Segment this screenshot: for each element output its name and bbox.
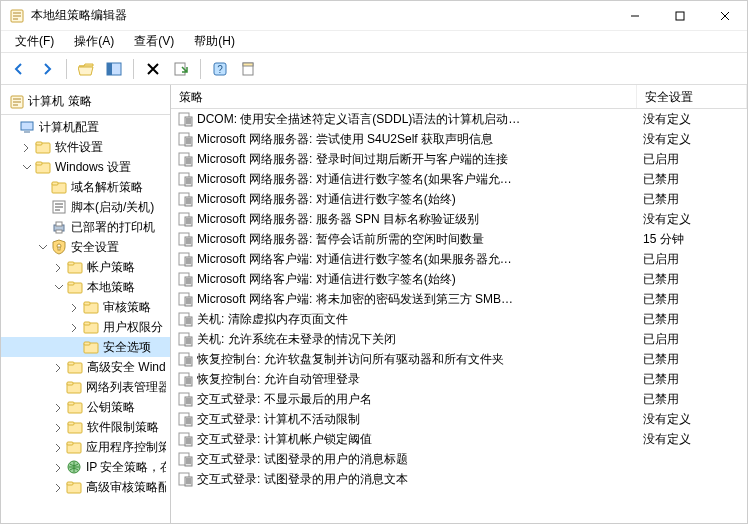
- expand-icon[interactable]: [53, 402, 67, 412]
- tree-item[interactable]: 已部署的打印机: [1, 217, 170, 237]
- tree-item[interactable]: 脚本(启动/关机): [1, 197, 170, 217]
- tree-item-label: 高级安全 Wind: [87, 359, 166, 376]
- close-button[interactable]: [702, 1, 747, 31]
- list-row[interactable]: Microsoft 网络客户端: 将未加密的密码发送到第三方 SMB…已禁用: [171, 289, 747, 309]
- menu-file[interactable]: 文件(F): [7, 31, 62, 52]
- up-button[interactable]: [74, 57, 98, 81]
- policy-setting: 已禁用: [637, 271, 747, 288]
- folder-icon: [83, 339, 99, 355]
- collapse-icon[interactable]: [53, 282, 67, 292]
- tree-item[interactable]: 应用程序控制策: [1, 437, 170, 457]
- list-row[interactable]: Microsoft 网络服务器: 尝试使用 S4U2Self 获取声明信息没有定…: [171, 129, 747, 149]
- tree-item[interactable]: 软件设置: [1, 137, 170, 157]
- column-header-setting[interactable]: 安全设置: [637, 85, 747, 108]
- folder-icon: [67, 419, 83, 435]
- tree-item[interactable]: 帐户策略: [1, 257, 170, 277]
- tree-item-label: 网络列表管理器: [86, 379, 166, 396]
- expand-icon[interactable]: [21, 142, 35, 152]
- list-row[interactable]: 交互式登录: 不显示最后的用户名已禁用: [171, 389, 747, 409]
- tree-item[interactable]: 计算机配置: [1, 117, 170, 137]
- expand-icon[interactable]: [53, 262, 67, 272]
- menu-view[interactable]: 查看(V): [126, 31, 182, 52]
- help-button[interactable]: ?: [208, 57, 232, 81]
- tree-item-label: 已部署的打印机: [71, 219, 155, 236]
- list-row[interactable]: 交互式登录: 试图登录的用户的消息标题: [171, 449, 747, 469]
- list-row[interactable]: Microsoft 网络服务器: 对通信进行数字签名(始终)已禁用: [171, 189, 747, 209]
- policy-setting: 已禁用: [637, 291, 747, 308]
- folder-icon: [51, 179, 67, 195]
- expand-icon[interactable]: [69, 302, 83, 312]
- tree-item[interactable]: 安全选项: [1, 337, 170, 357]
- app-icon: [9, 8, 25, 24]
- tree-item[interactable]: 公钥策略: [1, 397, 170, 417]
- list-row[interactable]: 交互式登录: 计算机帐户锁定阈值没有定义: [171, 429, 747, 449]
- folder-icon: [66, 439, 82, 455]
- tree-item[interactable]: 用户权限分: [1, 317, 170, 337]
- show-hide-tree-button[interactable]: [102, 57, 126, 81]
- list-row[interactable]: 交互式登录: 计算机不活动限制没有定义: [171, 409, 747, 429]
- list-row[interactable]: 恢复控制台: 允许软盘复制并访问所有驱动器和所有文件夹已禁用: [171, 349, 747, 369]
- list-body[interactable]: DCOM: 使用安全描述符定义语言(SDDL)语法的计算机启动…没有定义Micr…: [171, 109, 747, 523]
- list-row[interactable]: 关机: 允许系统在未登录的情况下关闭已启用: [171, 329, 747, 349]
- forward-button[interactable]: [35, 57, 59, 81]
- collapse-icon[interactable]: [37, 242, 51, 252]
- expand-icon[interactable]: [53, 462, 66, 472]
- toolbar-separator: [133, 59, 134, 79]
- list-row[interactable]: DCOM: 使用安全描述符定义语言(SDDL)语法的计算机启动…没有定义: [171, 109, 747, 129]
- tree-item-label: 安全选项: [103, 339, 151, 356]
- tree-item[interactable]: 域名解析策略: [1, 177, 170, 197]
- tree-item[interactable]: 本地策略: [1, 277, 170, 297]
- tree-item[interactable]: 网络列表管理器: [1, 377, 170, 397]
- folder-icon: [66, 379, 82, 395]
- list-row[interactable]: Microsoft 网络服务器: 服务器 SPN 目标名称验证级别没有定义: [171, 209, 747, 229]
- list-panel: 策略 安全设置 DCOM: 使用安全描述符定义语言(SDDL)语法的计算机启动……: [171, 85, 747, 523]
- tree-item[interactable]: Windows 设置: [1, 157, 170, 177]
- list-row[interactable]: Microsoft 网络服务器: 登录时间过期后断开与客户端的连接已启用: [171, 149, 747, 169]
- list-row[interactable]: 关机: 清除虚拟内存页面文件已禁用: [171, 309, 747, 329]
- menu-help[interactable]: 帮助(H): [186, 31, 243, 52]
- tree-item[interactable]: 安全设置: [1, 237, 170, 257]
- tree-item[interactable]: IP 安全策略，在: [1, 457, 170, 477]
- tree-item-label: 审核策略: [103, 299, 151, 316]
- delete-button[interactable]: [141, 57, 165, 81]
- expand-icon[interactable]: [53, 362, 67, 372]
- tree-item[interactable]: 审核策略: [1, 297, 170, 317]
- expand-icon[interactable]: [53, 442, 66, 452]
- title-bar: 本地组策略编辑器: [1, 1, 747, 31]
- back-button[interactable]: [7, 57, 31, 81]
- tree-item[interactable]: 高级安全 Wind: [1, 357, 170, 377]
- computer-icon: [19, 119, 35, 135]
- tree-item-label: 公钥策略: [87, 399, 135, 416]
- maximize-button[interactable]: [657, 1, 702, 31]
- list-row[interactable]: Microsoft 网络客户端: 对通信进行数字签名(如果服务器允…已启用: [171, 249, 747, 269]
- list-row[interactable]: Microsoft 网络客户端: 对通信进行数字签名(始终)已禁用: [171, 269, 747, 289]
- tree-header-icon: [9, 94, 25, 110]
- list-row[interactable]: 恢复控制台: 允许自动管理登录已禁用: [171, 369, 747, 389]
- list-row[interactable]: Microsoft 网络服务器: 对通信进行数字签名(如果客户端允…已禁用: [171, 169, 747, 189]
- folder-icon: [67, 259, 83, 275]
- tree-item-label: 应用程序控制策: [86, 439, 166, 456]
- policy-name: Microsoft 网络服务器: 对通信进行数字签名(始终): [197, 191, 637, 208]
- expand-icon[interactable]: [53, 482, 66, 492]
- collapse-icon[interactable]: [21, 162, 35, 172]
- policy-icon: [177, 371, 193, 387]
- export-button[interactable]: [169, 57, 193, 81]
- policy-name: 交互式登录: 试图登录的用户的消息文本: [197, 471, 637, 488]
- minimize-button[interactable]: [612, 1, 657, 31]
- expand-icon[interactable]: [53, 422, 67, 432]
- tree-item[interactable]: 高级审核策略配: [1, 477, 170, 497]
- policy-name: Microsoft 网络服务器: 暂停会话前所需的空闲时间数量: [197, 231, 637, 248]
- policy-icon: [177, 131, 193, 147]
- svg-rect-14: [676, 12, 684, 20]
- list-row[interactable]: Microsoft 网络服务器: 暂停会话前所需的空闲时间数量15 分钟: [171, 229, 747, 249]
- properties-button[interactable]: [236, 57, 260, 81]
- policy-name: 关机: 允许系统在未登录的情况下关闭: [197, 331, 637, 348]
- policy-icon: [177, 431, 193, 447]
- tree-item[interactable]: 软件限制策略: [1, 417, 170, 437]
- list-row[interactable]: 交互式登录: 试图登录的用户的消息文本: [171, 469, 747, 489]
- expand-icon[interactable]: [69, 322, 83, 332]
- policy-name: Microsoft 网络客户端: 对通信进行数字签名(如果服务器允…: [197, 251, 637, 268]
- column-header-policy[interactable]: 策略: [171, 85, 637, 108]
- menu-action[interactable]: 操作(A): [66, 31, 122, 52]
- tree-panel[interactable]: 计算机 策略 计算机配置软件设置Windows 设置 域名解析策略 脚本(启动/…: [1, 85, 171, 523]
